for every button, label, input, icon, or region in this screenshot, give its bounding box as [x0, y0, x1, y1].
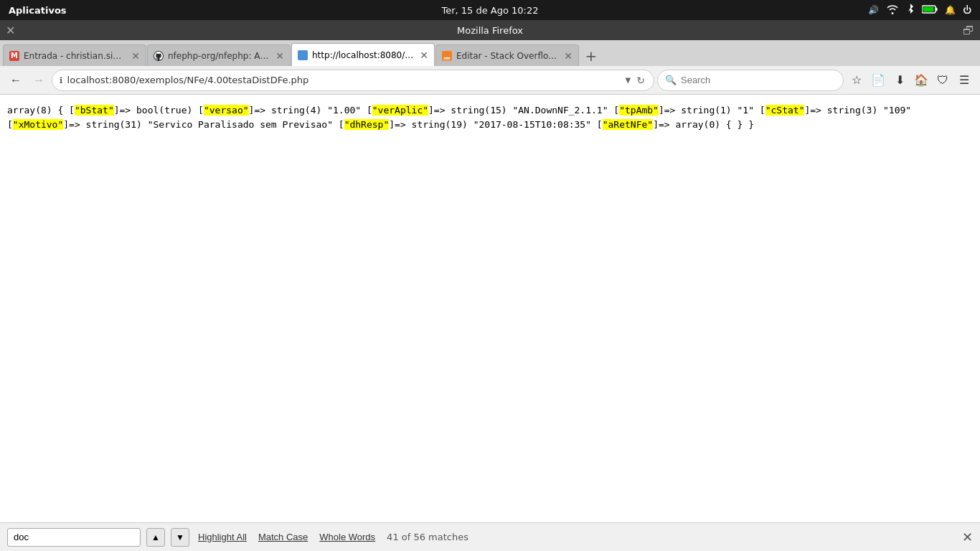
tab-github-close[interactable]: ✕ [275, 50, 284, 62]
menu-button[interactable]: ☰ [954, 70, 974, 90]
content-text: array(8) { ["bStat"]=> bool(true) ["vers… [7, 105, 911, 130]
tab-so-close[interactable]: ✕ [564, 50, 573, 62]
find-matches: 41 of 56 matches [387, 532, 468, 542]
tab-localhost[interactable]: http://localhost:8080/exempl os ✕ [291, 43, 435, 66]
volume-icon: 🔊 [868, 5, 879, 15]
home-button[interactable]: 🏠 [911, 70, 931, 90]
forward-button[interactable]: → [29, 70, 49, 90]
back-button[interactable]: ← [6, 70, 26, 90]
whole-words-button[interactable]: Whole Words [316, 530, 378, 544]
title-bar-close[interactable]: ✕ [6, 24, 15, 37]
datetime: Ter, 15 de Ago 10:22 [441, 5, 538, 16]
find-input[interactable] [7, 528, 141, 547]
nav-actions: ☆ 📄 ⬇ 🏠 🛡 ☰ [847, 70, 974, 90]
bookmark-button[interactable]: ☆ [847, 70, 867, 90]
tab-gmail-close[interactable]: ✕ [131, 50, 140, 62]
download-button[interactable]: ⬇ [890, 70, 910, 90]
shield-button[interactable]: 🛡 [933, 70, 953, 90]
find-close-button[interactable]: ✕ [962, 531, 973, 544]
reader-button[interactable]: 📄 [868, 70, 888, 90]
search-icon: 🔍 [665, 75, 677, 85]
search-input[interactable] [681, 75, 836, 85]
address-bar[interactable]: ℹ localhost:8080/exemplos/NFe/4.00testaD… [52, 70, 654, 91]
tab-gmail[interactable]: M Entrada - christian.si@unoc ✕ [3, 44, 146, 66]
window-title: Mozilla Firefox [457, 25, 523, 36]
bluetooth-icon [906, 4, 915, 17]
address-text: localhost:8080/exemplos/NFe/4.00testaDis… [67, 75, 621, 85]
new-tab-button[interactable]: + [581, 46, 601, 66]
title-bar: ✕ Mozilla Firefox 🗗 [0, 20, 980, 40]
find-prev-button[interactable]: ▲ [146, 528, 165, 547]
wifi-icon [886, 4, 899, 17]
tab-localhost-label: http://localhost:8080/exempl os [312, 50, 415, 60]
match-case-button[interactable]: Match Case [255, 530, 311, 544]
tab-localhost-close[interactable]: ✕ [420, 50, 428, 61]
localhost-favicon [298, 50, 308, 60]
tab-github-label: nfephp-org/nfephp: API par [168, 51, 271, 61]
power-icon: ⏻ [963, 5, 971, 15]
battery-icon [922, 5, 938, 16]
secure-icon: ℹ [60, 75, 63, 85]
address-dropdown-icon[interactable]: ▼ [626, 76, 631, 84]
page-content: array(8) { ["bStat"]=> bool(true) ["vers… [0, 95, 980, 522]
notification-icon: 🔔 [945, 5, 956, 15]
tab-github[interactable]: nfephp-org/nfephp: API par ✕ [147, 44, 291, 66]
find-bar: ▲ ▼ Highlight All Match Case Whole Words… [0, 522, 980, 551]
search-bar[interactable]: 🔍 [657, 70, 844, 91]
find-next-button[interactable]: ▼ [171, 528, 189, 547]
so-favicon [442, 51, 452, 61]
tab-so-label: Editar - Stack Overflow em [456, 51, 560, 61]
highlight-all-button[interactable]: Highlight All [195, 530, 250, 544]
github-favicon [154, 51, 164, 61]
tab-bar: M Entrada - christian.si@unoc ✕ nfephp-o… [0, 40, 980, 66]
system-bar: Aplicativos Ter, 15 de Ago 10:22 🔊 🔔 ⏻ [0, 0, 980, 20]
title-bar-restore[interactable]: 🗗 [963, 24, 974, 37]
system-tray: 🔊 🔔 ⏻ [868, 4, 971, 17]
nav-bar: ← → ℹ localhost:8080/exemplos/NFe/4.00te… [0, 66, 980, 95]
svg-rect-1 [936, 7, 938, 11]
tab-gmail-label: Entrada - christian.si@unoc [24, 51, 127, 61]
app-name: Aplicativos [9, 5, 67, 16]
tab-stackoverflow[interactable]: Editar - Stack Overflow em ✕ [435, 44, 579, 66]
svg-rect-2 [923, 6, 934, 11]
reload-button[interactable]: ↻ [635, 73, 646, 88]
gmail-favicon: M [9, 51, 19, 61]
svg-rect-4 [444, 58, 450, 60]
